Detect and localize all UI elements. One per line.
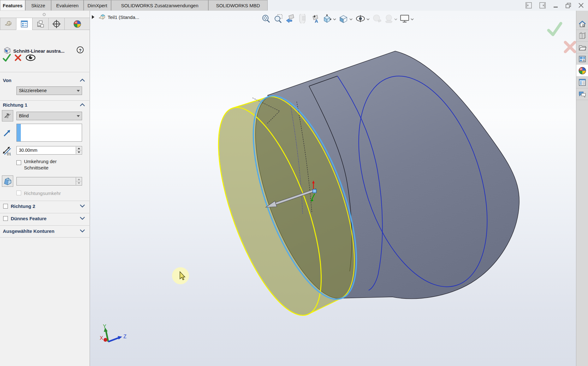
display-manager-tab[interactable] <box>64 18 90 30</box>
flip-side-label[interactable]: Umkehrung der Schnittseite <box>24 158 74 171</box>
chevron-down-icon[interactable] <box>79 203 86 208</box>
spinner-down-icon[interactable] <box>76 151 81 154</box>
depth-input[interactable]: 30.00mm <box>16 146 82 155</box>
end-condition-value: Blind <box>19 113 29 118</box>
edit-appearance-button[interactable] <box>371 13 382 24</box>
appearances-scenes-button[interactable] <box>576 65 588 77</box>
section-von-header[interactable]: Von <box>3 78 11 83</box>
previous-view-icon <box>286 14 295 23</box>
draft-angle-input <box>16 177 82 186</box>
divider <box>0 237 90 238</box>
preview-button[interactable] <box>26 55 35 61</box>
dimxpert-manager-tab[interactable] <box>48 18 65 30</box>
chevron-down-icon[interactable] <box>79 228 86 233</box>
draft-button[interactable] <box>2 175 13 187</box>
feature-manager-icon <box>4 20 12 28</box>
reverse-direction-icon <box>3 111 12 120</box>
view-settings-caret-icon[interactable] <box>411 18 414 21</box>
previous-view-button[interactable] <box>285 13 296 24</box>
triad-z-label: Z <box>123 334 127 339</box>
confirmation-corner[interactable] <box>549 23 575 52</box>
section-contours-header[interactable]: Ausgewählte Konturen <box>3 228 54 234</box>
tab-mbd[interactable]: SOLIDWORKS MBD <box>208 0 268 10</box>
custom-properties-button[interactable] <box>576 76 588 88</box>
hide-show-caret-icon[interactable] <box>366 18 370 21</box>
section-thin-feature-header[interactable]: Dünnes Feature <box>11 216 46 221</box>
pm-action-row <box>3 52 91 64</box>
tab-evaluieren[interactable]: Evaluieren <box>51 0 84 10</box>
draft-outward-checkbox <box>16 191 21 195</box>
minimize-button[interactable] <box>552 2 560 9</box>
depth-icon: D1 <box>2 146 15 156</box>
divider <box>0 100 90 101</box>
zoom-to-area-icon <box>274 14 283 23</box>
ok-button[interactable] <box>3 55 10 61</box>
feature-manager-tab[interactable] <box>0 18 16 30</box>
zoom-to-fit-icon <box>261 14 270 23</box>
start-condition-dropdown[interactable]: Skizzierebene <box>16 86 82 95</box>
section-richtung1-header[interactable]: Richtung 1 <box>3 102 27 108</box>
task-pane-home-button[interactable] <box>576 18 588 30</box>
depth-value: 30.00mm <box>19 148 37 153</box>
folder-icon <box>578 43 586 51</box>
property-manager-tab[interactable] <box>16 18 33 30</box>
svg-text:A: A <box>315 18 318 23</box>
direction-reference-icon <box>3 128 12 138</box>
display-style-button[interactable] <box>338 13 349 24</box>
design-library-button[interactable] <box>576 30 588 42</box>
display-style-caret-icon[interactable] <box>349 18 353 21</box>
reverse-direction-button[interactable] <box>2 110 13 121</box>
view-orientation-button[interactable] <box>322 13 332 24</box>
richtung2-checkbox[interactable] <box>3 204 8 209</box>
apply-scene-caret-icon[interactable] <box>394 18 397 21</box>
tab-zusatzanwendungen[interactable]: SOLIDWORKS Zusatzanwendungen <box>111 0 208 10</box>
collapse-pane-left-button[interactable] <box>525 2 533 9</box>
divider <box>0 213 90 213</box>
section-richtung2-header[interactable]: Richtung 2 <box>11 204 35 209</box>
chevron-up-icon[interactable] <box>79 78 86 83</box>
flyout-feature-tree[interactable]: Teil1 (Standa... <box>91 13 164 21</box>
apply-scene-icon <box>384 14 394 23</box>
view-orientation-caret-icon[interactable] <box>333 18 336 21</box>
display-manager-icon <box>73 20 82 28</box>
view-settings-button[interactable] <box>399 13 410 24</box>
collapse-pane-right-button[interactable] <box>538 2 547 9</box>
draft-icon <box>3 176 12 186</box>
zoom-to-area-button[interactable] <box>273 13 284 24</box>
tab-features[interactable]: Features <box>0 0 25 10</box>
chevron-down-icon[interactable] <box>79 215 86 221</box>
configuration-manager-tab[interactable] <box>32 18 49 30</box>
depth-spinner[interactable] <box>76 147 81 154</box>
chevron-down-icon <box>77 115 80 117</box>
apply-scene-button[interactable] <box>383 13 394 24</box>
graphics-area[interactable]: Y Z X Teil1 (Standa... <box>90 11 576 366</box>
chevron-up-icon[interactable] <box>79 102 86 107</box>
file-explorer-button[interactable] <box>576 41 588 53</box>
cancel-button[interactable] <box>15 55 21 60</box>
dynamic-annotation-views-button[interactable]: A <box>310 13 320 24</box>
view-palette-icon <box>578 55 586 63</box>
tab-dimxpert[interactable]: DimXpert <box>84 0 111 10</box>
display-style-icon <box>339 14 348 23</box>
view-palette-button[interactable] <box>576 53 588 65</box>
thin-feature-checkbox[interactable] <box>3 216 8 221</box>
tree-expand-icon[interactable] <box>91 15 95 19</box>
tab-skizze[interactable]: Skizze <box>25 0 51 10</box>
section-view-button[interactable] <box>297 13 308 24</box>
configuration-manager-icon <box>36 20 45 28</box>
hide-show-items-button[interactable] <box>355 13 366 24</box>
flip-side-checkbox[interactable] <box>16 160 21 165</box>
zoom-to-fit-button[interactable] <box>260 13 271 24</box>
end-condition-dropdown[interactable]: Blind <box>16 112 82 120</box>
triad-y-label: Y <box>103 324 106 329</box>
forum-icon <box>578 90 586 98</box>
spinner-up-icon[interactable] <box>76 147 81 151</box>
restore-button[interactable] <box>564 2 573 9</box>
start-condition-value: Skizzierebene <box>19 88 47 93</box>
forum-button[interactable] <box>576 88 588 100</box>
tree-root-label[interactable]: Teil1 (Standa... <box>108 15 139 20</box>
direction-selection-box[interactable] <box>16 124 82 142</box>
restore-icon <box>565 2 572 9</box>
panel-splitter-handle[interactable] <box>41 13 47 16</box>
close-button[interactable] <box>577 2 585 9</box>
